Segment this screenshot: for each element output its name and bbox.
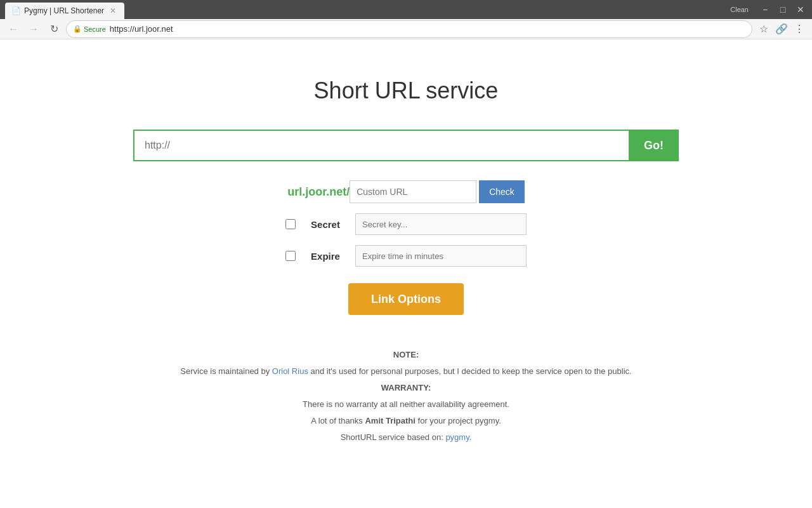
note-after: and it's used for personal purposes, but…	[308, 366, 632, 376]
custom-url-input[interactable]	[350, 180, 476, 203]
page-content: Short URL service Go! url.joor.net/ Chec…	[0, 39, 812, 471]
expire-checkbox[interactable]	[285, 251, 296, 261]
thanks-before: A lot of thanks	[311, 416, 365, 425]
expire-row: Expire	[285, 245, 527, 267]
pygmy-link[interactable]: pygmy	[445, 432, 469, 442]
check-button[interactable]: Check	[479, 180, 525, 203]
note-before: Service is maintained by	[180, 366, 272, 376]
link-options-button[interactable]: Link Options	[348, 283, 464, 315]
url-input-wrapper: Go!	[133, 130, 679, 161]
warranty-text: There is no warranty at all neither avai…	[13, 396, 799, 413]
footer-notes: NOTE: Service is maintained by Oriol Riu…	[13, 347, 799, 446]
url-input[interactable]	[133, 130, 629, 161]
thanks-after: for your project pygmy.	[416, 416, 501, 425]
address-text: https://url.joor.net	[110, 24, 745, 34]
reload-button[interactable]: ↻	[46, 21, 62, 37]
base-url-label: url.joor.net/	[287, 185, 350, 199]
tab-title: Pygmy | URL Shortener	[24, 6, 104, 15]
tab-favicon-icon: 📄	[11, 6, 20, 15]
secret-label: Secret	[303, 219, 348, 230]
warranty-label: WARRANTY:	[381, 383, 431, 392]
url-input-row: Go!	[13, 130, 799, 161]
secret-checkbox[interactable]	[285, 219, 296, 229]
clean-label: Clean	[730, 6, 749, 13]
custom-url-row: url.joor.net/ Check	[287, 180, 525, 203]
secure-label: Secure	[84, 25, 106, 33]
options-section: url.joor.net/ Check Secret Expire Link O…	[13, 180, 799, 315]
menu-icon[interactable]: ⋮	[792, 22, 807, 37]
lock-icon: 🔒	[73, 25, 82, 33]
page-title: Short URL service	[13, 77, 799, 104]
secure-badge: 🔒 Secure	[73, 25, 106, 33]
note-label: NOTE:	[393, 350, 419, 359]
browser-titlebar: 📄 Pygmy | URL Shortener ✕ Clean − □ ✕	[0, 0, 812, 19]
browser-toolbar: ← → ↻ 🔒 Secure https://url.joor.net ☆ 🔗 …	[0, 19, 812, 39]
expire-input[interactable]	[355, 245, 527, 267]
toolbar-right: ☆ 🔗 ⋮	[756, 22, 807, 37]
based-on-after: .	[469, 432, 472, 442]
browser-chrome: 📄 Pygmy | URL Shortener ✕ Clean − □ ✕ ← …	[0, 0, 812, 39]
window-controls: Clean − □ ✕	[730, 3, 807, 16]
note-author-link[interactable]: Oriol Rius	[272, 366, 308, 376]
address-bar[interactable]: 🔒 Secure https://url.joor.net	[66, 20, 752, 38]
secret-input[interactable]	[355, 213, 527, 235]
note-text: Service is maintained by Oriol Rius and …	[13, 363, 799, 380]
based-on-before: ShortURL service based on:	[341, 432, 446, 442]
bookmark-icon[interactable]: ☆	[756, 22, 771, 37]
tab-close-icon[interactable]: ✕	[108, 6, 118, 16]
thanks-author: Amit Tripathi	[365, 416, 415, 425]
link-icon[interactable]: 🔗	[774, 22, 789, 37]
secret-row: Secret	[285, 213, 527, 235]
browser-tab[interactable]: 📄 Pygmy | URL Shortener ✕	[5, 3, 124, 19]
go-button[interactable]: Go!	[629, 130, 679, 161]
expire-label: Expire	[303, 251, 348, 262]
close-button[interactable]: ✕	[794, 3, 807, 16]
note-line: NOTE:	[13, 347, 799, 363]
based-on-line: ShortURL service based on: pygmy.	[13, 429, 799, 446]
maximize-button[interactable]: □	[776, 3, 789, 16]
warranty-line: WARRANTY:	[13, 380, 799, 396]
forward-button[interactable]: →	[25, 21, 42, 37]
minimize-button[interactable]: −	[759, 3, 771, 16]
thanks-line: A lot of thanks Amit Tripathi for your p…	[13, 413, 799, 429]
back-button[interactable]: ←	[5, 21, 22, 37]
